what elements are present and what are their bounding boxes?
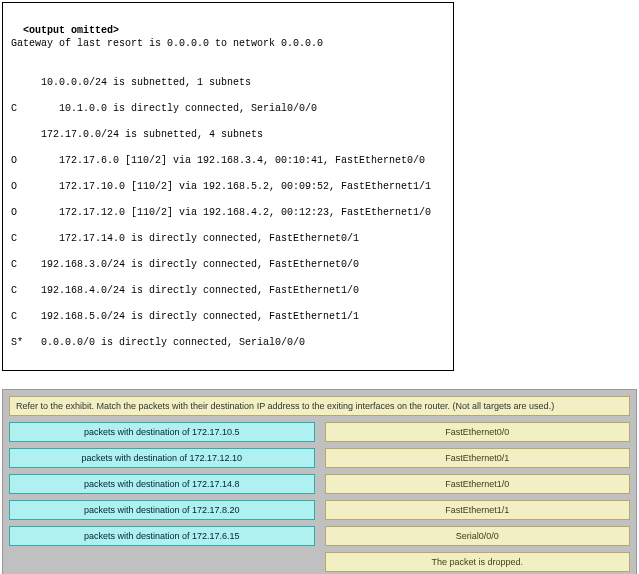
packet-chip[interactable]: packets with destination of 172.17.14.8	[9, 474, 315, 494]
interface-target[interactable]: FastEthernet1/0	[325, 474, 631, 494]
interface-target[interactable]: The packet is dropped.	[325, 552, 631, 572]
source-column: packets with destination of 172.17.10.5 …	[9, 422, 315, 572]
packet-chip[interactable]: packets with destination of 172.17.10.5	[9, 422, 315, 442]
terminal-line: C 192.168.5.0/24 is directly connected, …	[11, 310, 445, 323]
matching-panel-1: Refer to the exhibit. Match the packets …	[2, 389, 637, 574]
instruction-text: Refer to the exhibit. Match the packets …	[9, 396, 630, 416]
interface-target[interactable]: FastEthernet0/0	[325, 422, 631, 442]
interface-target[interactable]: Serial0/0/0	[325, 526, 631, 546]
terminal-line: C 10.1.0.0 is directly connected, Serial…	[11, 102, 445, 115]
interface-target[interactable]: FastEthernet1/1	[325, 500, 631, 520]
packet-chip[interactable]: packets with destination of 172.17.6.15	[9, 526, 315, 546]
terminal-line: S* 0.0.0.0/0 is directly connected, Seri…	[11, 336, 445, 349]
terminal-line: 10.0.0.0/24 is subnetted, 1 subnets	[11, 76, 445, 89]
terminal-line: O 172.17.12.0 [110/2] via 192.168.4.2, 0…	[11, 206, 445, 219]
terminal-line: C 192.168.4.0/24 is directly connected, …	[11, 284, 445, 297]
terminal-line: C 192.168.3.0/24 is directly connected, …	[11, 258, 445, 271]
packet-chip[interactable]: packets with destination of 172.17.8.20	[9, 500, 315, 520]
target-column: FastEthernet0/0 FastEthernet0/1 FastEthe…	[325, 422, 631, 572]
terminal-line: O 172.17.6.0 [110/2] via 192.168.3.4, 00…	[11, 154, 445, 167]
routing-table-output: <output omitted> Gateway of last resort …	[2, 2, 454, 371]
packet-chip[interactable]: packets with destination of 172.17.12.10	[9, 448, 315, 468]
terminal-line: C 172.17.14.0 is directly connected, Fas…	[11, 232, 445, 245]
interface-target[interactable]: FastEthernet0/1	[325, 448, 631, 468]
output-title: <output omitted>	[23, 25, 119, 36]
terminal-line: Gateway of last resort is 0.0.0.0 to net…	[11, 37, 445, 50]
terminal-line: O 172.17.10.0 [110/2] via 192.168.5.2, 0…	[11, 180, 445, 193]
terminal-line: 172.17.0.0/24 is subnetted, 4 subnets	[11, 128, 445, 141]
